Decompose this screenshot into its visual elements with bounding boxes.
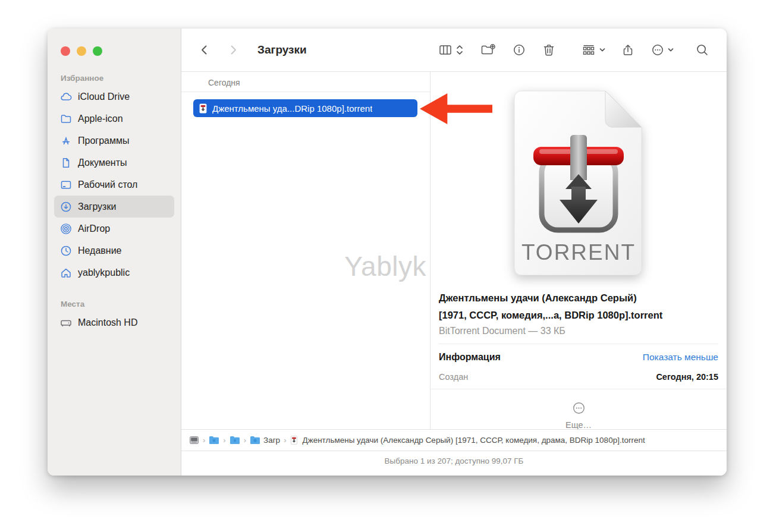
sidebar-section-places: Места bbox=[54, 300, 174, 311]
group-button[interactable] bbox=[582, 43, 596, 56]
sidebar-item-downloads[interactable]: Загрузки bbox=[54, 196, 174, 218]
sidebar-item-documents[interactable]: Документы bbox=[54, 152, 174, 174]
search-button[interactable] bbox=[696, 43, 709, 56]
clock-icon bbox=[59, 245, 73, 257]
breadcrumb-disk[interactable] bbox=[189, 435, 199, 445]
breadcrumb-folder-downloads[interactable] bbox=[250, 436, 260, 445]
more-label: Еще… bbox=[565, 420, 592, 430]
group-header-today: Сегодня bbox=[208, 78, 240, 87]
sidebar-item-label: Рабочий стол bbox=[78, 180, 137, 190]
toolbar-buttons bbox=[438, 43, 709, 57]
breadcrumb-folder[interactable] bbox=[230, 436, 240, 445]
preview-title-line2: [1971, СССР, комедия,...а, BDRip 1080p].… bbox=[439, 307, 718, 324]
status-text: Выбрано 1 из 207; доступно 99,07 ГБ bbox=[385, 457, 524, 476]
sidebar-item-label: Документы bbox=[78, 158, 127, 168]
sidebar-item-label: AirDrop bbox=[78, 223, 110, 234]
file-list: Сегодня Джентльмены уда...DRip 1080p].to… bbox=[181, 72, 430, 429]
home-icon bbox=[59, 267, 73, 279]
preview-file-title: Джентльмены удачи (Александр Серый) [197… bbox=[439, 289, 718, 324]
sidebar-item-applications[interactable]: Программы bbox=[54, 130, 174, 152]
new-folder-button[interactable] bbox=[480, 43, 496, 56]
show-less-link[interactable]: Показать меньше bbox=[643, 352, 718, 363]
breadcrumb-torrent-file-icon bbox=[290, 435, 298, 445]
breadcrumb-separator: › bbox=[284, 436, 286, 445]
sidebar-item-label: yablykpublic bbox=[78, 267, 130, 278]
icloud-icon bbox=[59, 91, 73, 103]
created-label: Создан bbox=[439, 372, 468, 382]
group-divider bbox=[181, 92, 430, 92]
sidebar-item-label: Macintosh HD bbox=[78, 317, 137, 328]
preview-pane: TORRENT Джентльмены удачи (Александр Сер… bbox=[430, 72, 727, 429]
sidebar-item-apple-icon-folder[interactable]: Apple-icon bbox=[54, 108, 174, 130]
sidebar-item-airdrop[interactable]: AirDrop bbox=[54, 218, 174, 240]
chevron-down-icon[interactable] bbox=[667, 46, 674, 53]
minimize-window-button[interactable] bbox=[77, 46, 86, 56]
window-controls bbox=[61, 46, 102, 56]
share-button[interactable] bbox=[621, 43, 634, 57]
preview-title-line1: Джентльмены удачи (Александр Серый) bbox=[439, 289, 718, 307]
sidebar-item-label: iCloud Drive bbox=[78, 92, 130, 102]
created-value: Сегодня, 20:15 bbox=[656, 372, 718, 382]
airdrop-icon bbox=[59, 223, 73, 235]
preview-file-kind: BitTorrent Document — 33 КБ bbox=[439, 326, 718, 336]
main-area: Загрузки bbox=[181, 29, 727, 476]
back-button[interactable] bbox=[198, 43, 211, 56]
preview-divider bbox=[439, 344, 718, 344]
torrent-file-mini-icon bbox=[198, 103, 208, 114]
more-circle-button[interactable] bbox=[651, 43, 664, 56]
path-bar: › › › Загр › Джентльмены удачи (Александ… bbox=[181, 429, 727, 451]
preview-divider bbox=[431, 389, 727, 389]
sidebar-item-label: Недавние bbox=[78, 245, 122, 256]
torrent-file-preview-icon: TORRENT bbox=[508, 90, 649, 275]
breadcrumb-separator: › bbox=[203, 436, 205, 445]
sidebar-item-icloud-drive[interactable]: iCloud Drive bbox=[54, 86, 174, 108]
sidebar-item-desktop[interactable]: Рабочий стол bbox=[54, 174, 174, 196]
sidebar: Избранное iCloud Drive Apple-icon bbox=[48, 29, 181, 476]
info-button[interactable] bbox=[513, 43, 526, 56]
breadcrumb-file-name[interactable]: Джентльмены удачи (Александр Серый) [197… bbox=[302, 436, 719, 445]
trash-button[interactable] bbox=[542, 43, 555, 56]
preview-info-label: Информация bbox=[439, 352, 501, 363]
breadcrumb-folder-label[interactable]: Загр bbox=[263, 436, 280, 445]
download-icon bbox=[59, 201, 73, 213]
toolbar: Загрузки bbox=[181, 29, 727, 72]
harddrive-icon bbox=[59, 317, 73, 329]
view-stepper-icon[interactable] bbox=[455, 43, 464, 56]
folder-icon bbox=[59, 113, 73, 125]
zoom-window-button[interactable] bbox=[93, 46, 102, 56]
sidebar-item-label: Apple-icon bbox=[78, 114, 123, 124]
sidebar-item-macintosh-hd[interactable]: Macintosh HD bbox=[54, 311, 174, 333]
sidebar-item-recents[interactable]: Недавние bbox=[54, 240, 174, 262]
finder-window: Избранное iCloud Drive Apple-icon bbox=[48, 29, 727, 476]
status-bar: Выбрано 1 из 207; доступно 99,07 ГБ bbox=[181, 451, 727, 476]
more-ellipsis-icon bbox=[572, 401, 586, 415]
more-button[interactable]: Еще… bbox=[439, 401, 718, 430]
appstore-icon bbox=[59, 135, 73, 147]
watermark: Yablyk bbox=[344, 250, 426, 282]
file-row-selected-torrent[interactable]: Джентльмены уда...DRip 1080p].torrent bbox=[193, 99, 417, 117]
desktop-icon bbox=[59, 179, 73, 191]
screenshot-canvas: Избранное iCloud Drive Apple-icon bbox=[0, 0, 773, 532]
sidebar-section-favorites: Избранное bbox=[54, 74, 174, 86]
column-view-button[interactable] bbox=[438, 43, 453, 56]
window-title: Загрузки bbox=[257, 43, 307, 56]
sidebar-item-home[interactable]: yablykpublic bbox=[54, 262, 174, 284]
chevron-down-icon[interactable] bbox=[599, 46, 606, 53]
breadcrumb-folder[interactable] bbox=[209, 436, 219, 445]
breadcrumb-separator: › bbox=[223, 436, 225, 445]
document-icon bbox=[59, 157, 73, 169]
sidebar-item-label: Программы bbox=[78, 136, 129, 146]
forward-button[interactable] bbox=[227, 43, 240, 56]
sidebar-item-label: Загрузки bbox=[78, 202, 116, 212]
torrent-icon-caption: TORRENT bbox=[521, 240, 636, 265]
breadcrumb-separator: › bbox=[244, 436, 246, 445]
content-area: Сегодня Джентльмены уда...DRip 1080p].to… bbox=[181, 72, 727, 429]
file-row-label: Джентльмены уда...DRip 1080p].torrent bbox=[212, 103, 372, 114]
close-window-button[interactable] bbox=[61, 46, 70, 56]
